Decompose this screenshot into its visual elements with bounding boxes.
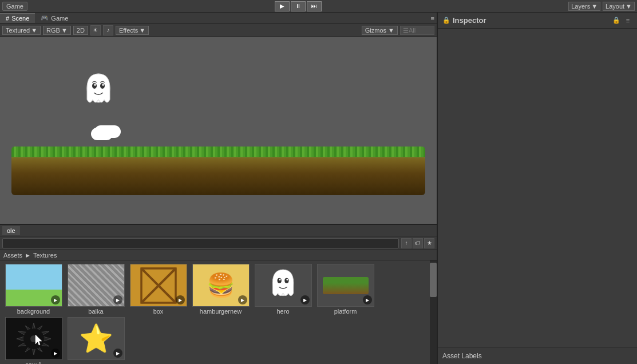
ghost-svg [83,71,114,111]
layers-dropdown[interactable]: Layers ▼ [568,2,600,11]
rgb-label: RGB [46,27,60,34]
sun-icon[interactable]: ☀ [90,25,101,35]
cloud-object [94,125,117,140]
ghost-character [83,71,114,111]
gizmos-chevron: ▼ [388,27,394,34]
svg-point-12 [279,279,280,281]
asset-thumb-saw: ▶ [5,317,62,360]
play-overlay[interactable]: ▶ [51,349,60,358]
view-2d-button[interactable]: 2D [73,26,88,35]
asset-thumb-background: ▶ [5,264,62,307]
cloud-visual [94,125,116,138]
asset-thumb-box: ▶ [130,264,187,307]
effects-dropdown[interactable]: Effects ▼ [116,26,149,35]
asset-label-balka: balka [88,308,103,315]
upload-icon[interactable]: ↑ [401,238,412,248]
rgb-chevron: ▼ [61,27,68,34]
bottom-panel: ole ↑ 🏷 ★ Assets ► Textures [0,224,437,364]
svg-point-10 [277,278,281,283]
asset-labels-footer: Asset Labels [438,347,637,364]
star-icon[interactable]: ★ [424,238,434,248]
scrollbar-thumb [430,263,437,297]
inspector-header-icons: 🔒 ≡ [612,16,632,25]
platform-visual [11,147,425,195]
game-tab[interactable]: 🎮 Game [35,13,74,23]
inspector-menu-button[interactable]: ≡ [623,16,632,25]
list-item[interactable]: ▶ background [3,264,64,315]
play-overlay[interactable]: ▶ [113,349,122,358]
bottom-search-bar: ↑ 🏷 ★ [0,236,437,250]
2d-label: 2D [77,27,85,34]
list-item[interactable]: ▶ hero [253,264,313,315]
step-button[interactable]: ⏭ [307,1,322,11]
play-overlay[interactable]: ▶ [51,295,60,304]
scene-grid-icon: # [6,15,9,22]
asset-label-platform: platform [334,308,357,315]
gizmos-dropdown[interactable]: Gizmos ▼ [362,26,398,35]
breadcrumb-assets[interactable]: Assets [3,252,22,259]
play-overlay[interactable]: ▶ [176,295,185,304]
inspector-panel: 🔒 Inspector 🔒 ≡ Asset Labels [437,13,637,364]
inspector-title: Inspector [453,16,610,25]
scene-tab[interactable]: # Scene [0,13,35,23]
asset-grid: ▶ background ▶ balka [0,260,430,364]
scene-toolbar: Textured ▼ RGB ▼ 2D ☀ ♪ Effects ▼ Giz [0,24,437,37]
svg-point-3 [94,84,96,86]
layers-chevron: ▼ [591,3,598,10]
asset-thumb-hero: ▶ [255,264,312,307]
lock-icon: 🔒 [442,17,450,24]
bottom-toolbar-icons: ↑ 🏷 ★ [401,238,434,248]
list-item[interactable]: 🍔 ▶ hamburgernew [191,264,251,315]
audio-icon[interactable]: ♪ [103,25,113,35]
textured-chevron: ▼ [31,27,37,34]
asset-thumb-platform: ▶ [317,264,374,307]
inspector-lock-button[interactable]: 🔒 [612,16,621,25]
layout-dropdown[interactable]: Layout ▼ [603,2,635,11]
asset-thumb-star: ⭐ ▶ [68,317,125,360]
layout-chevron: ▼ [626,3,632,10]
play-overlay[interactable]: ▶ [363,295,372,304]
play-overlay[interactable]: ▶ [238,295,247,304]
tag-icon[interactable]: 🏷 [413,238,423,248]
main-layout: # Scene 🎮 Game ≡ Textured ▼ RGB ▼ 2D [0,13,637,364]
bottom-tab-console[interactable]: ole [2,226,20,235]
asset-label-saw: saw 1 [25,361,42,364]
game-tab-label: Game [51,15,68,22]
asset-search-input[interactable] [2,238,399,248]
asset-label-background: background [17,308,50,315]
asset-scrollbar[interactable] [430,260,437,364]
svg-point-13 [286,279,288,281]
play-overlay[interactable]: ▶ [113,295,122,304]
viewport[interactable] [0,37,437,224]
breadcrumb-textures[interactable]: Textures [33,252,57,259]
game-label[interactable]: Game [2,2,27,11]
textured-dropdown[interactable]: Textured ▼ [2,26,41,35]
breadcrumb: Assets ► Textures [0,250,437,260]
pause-button[interactable]: ⏸ [291,1,306,11]
scene-tabs: # Scene 🎮 Game ≡ [0,13,437,24]
list-item[interactable]: ▶ platform [315,264,375,315]
inspector-body [438,29,637,347]
left-panel: # Scene 🎮 Game ≡ Textured ▼ RGB ▼ 2D [0,13,437,364]
play-overlay[interactable]: ▶ [300,295,310,304]
rgb-dropdown[interactable]: RGB ▼ [43,26,71,35]
asset-label-hero: hero [276,308,289,315]
list-item[interactable]: ▶ box [128,264,188,315]
tab-overflow[interactable]: ≡ [429,15,437,22]
search-all-input[interactable] [400,26,434,35]
play-button[interactable]: ▶ [275,1,290,11]
box-svg [139,266,179,306]
layout-label: Layout [606,3,624,10]
svg-point-11 [284,278,288,283]
svg-point-4 [102,84,104,86]
asset-thumb-balka: ▶ [68,264,125,307]
asset-label-box: box [153,308,164,315]
viewport-background [0,37,437,224]
list-item[interactable]: ⭐ ▶ [66,317,126,364]
saw-svg [14,319,54,359]
list-item[interactable]: ▶ saw 1 [3,317,64,364]
asset-label-burger: hamburgernew [200,308,242,315]
list-item[interactable]: ▶ balka [66,264,126,315]
asset-labels-title: Asset Labels [442,352,482,360]
inspector-header: 🔒 Inspector 🔒 ≡ [438,13,637,29]
